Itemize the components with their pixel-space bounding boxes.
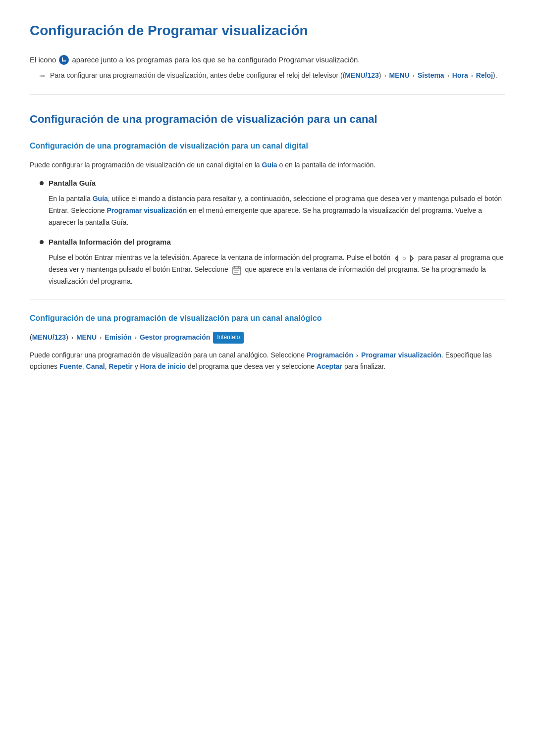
intro-section: El icono aparece junto a los programas p…	[30, 54, 505, 82]
calendar-schedule-icon	[232, 265, 242, 275]
section-divider	[30, 94, 505, 95]
svg-marker-1	[411, 256, 413, 261]
subsection2-text: Puede configurar una programación de vis…	[30, 350, 505, 373]
hora-link[interactable]: Hora	[452, 71, 468, 79]
bullet-text-guia: En la pantalla Guía, utilice el mando a …	[49, 193, 505, 228]
arrow1: ›	[384, 72, 386, 79]
bullet-title-guia: Pantalla Guía	[49, 177, 505, 189]
prog-vis-link-2[interactable]: Programar visualización	[361, 351, 441, 359]
emision-breadcrumb[interactable]: Emisión	[105, 333, 131, 341]
aceptar-link[interactable]: Aceptar	[317, 362, 342, 370]
subsection1-title: Configuración de una programación de vis…	[30, 140, 505, 152]
reloj-link[interactable]: Reloj	[476, 71, 493, 79]
menu-breadcrumb[interactable]: MENU	[76, 333, 97, 341]
fuente-link[interactable]: Fuente	[59, 362, 82, 370]
section-divider-2	[30, 300, 505, 300]
nav-breadcrumb: (MENU/123) › MENU › Emisión › Gestor pro…	[30, 332, 505, 344]
arrow4: ›	[471, 72, 473, 79]
arrow3: ›	[447, 72, 449, 79]
menu-link[interactable]: MENU	[387, 71, 410, 79]
repetir-link[interactable]: Repetir	[109, 362, 133, 370]
bullet-item-guia: Pantalla Guía En la pantalla Guía, utili…	[40, 177, 505, 228]
prog-vis-link-1[interactable]: Programar visualización	[107, 206, 187, 214]
programacion-link[interactable]: Programación	[307, 351, 353, 359]
chevron-right-icon	[407, 254, 416, 263]
section1-title: Configuración de una programación de vis…	[30, 110, 505, 128]
bc-arrow2: ›	[100, 334, 102, 341]
bc-arrow3: ›	[135, 334, 137, 341]
intro-text-before: El icono	[30, 54, 56, 66]
menu123-link[interactable]: MENU/123	[345, 71, 378, 79]
guia-link-2[interactable]: Guía	[93, 195, 108, 202]
hora-inicio-link[interactable]: Hora de inicio	[140, 362, 186, 370]
chevron-left-icon	[392, 254, 401, 263]
bullet-dot-2	[40, 240, 44, 244]
sistema-link[interactable]: Sistema	[416, 71, 444, 79]
circle-icon: ○	[402, 253, 406, 264]
bullet-item-info: Pantalla Información del programa Pulse …	[40, 236, 505, 288]
svg-marker-0	[395, 256, 398, 261]
prog-arrow: ›	[356, 352, 358, 359]
clock-icon	[59, 55, 69, 65]
try-badge[interactable]: Inténtelo	[213, 332, 244, 343]
note-text: Para configurar una programación de visu…	[50, 70, 497, 81]
bullet-dot-1	[40, 181, 44, 185]
page-title: Configuración de Programar visualización	[30, 20, 505, 42]
arrow2: ›	[413, 72, 415, 79]
subsection1-intro: Puede configurar la programación de visu…	[30, 159, 505, 170]
bc-arrow1: ›	[71, 334, 73, 341]
intro-line: El icono aparece junto a los programas p…	[30, 54, 505, 66]
subsection2-title: Configuración de una programación de vis…	[30, 312, 505, 325]
canal-link[interactable]: Canal	[86, 362, 105, 370]
note-line: ✏ Para configurar una programación de vi…	[30, 70, 505, 82]
bullet-title-info: Pantalla Información del programa	[49, 236, 505, 248]
intro-text-after: aparece junto a los programas para los q…	[72, 54, 360, 66]
bullet-section-digital: Pantalla Guía En la pantalla Guía, utili…	[40, 177, 505, 288]
pencil-icon: ✏	[40, 70, 46, 82]
menu123-breadcrumb[interactable]: MENU/123	[32, 333, 66, 341]
gestor-breadcrumb[interactable]: Gestor programación	[140, 333, 210, 341]
bullet-text-info: Pulse el botón Entrar mientras ve la tel…	[49, 252, 505, 288]
bullet-content-info: Pantalla Información del programa Pulse …	[49, 236, 505, 288]
bullet-content-guia: Pantalla Guía En la pantalla Guía, utili…	[49, 177, 505, 228]
guia-link-1[interactable]: Guía	[262, 161, 277, 169]
